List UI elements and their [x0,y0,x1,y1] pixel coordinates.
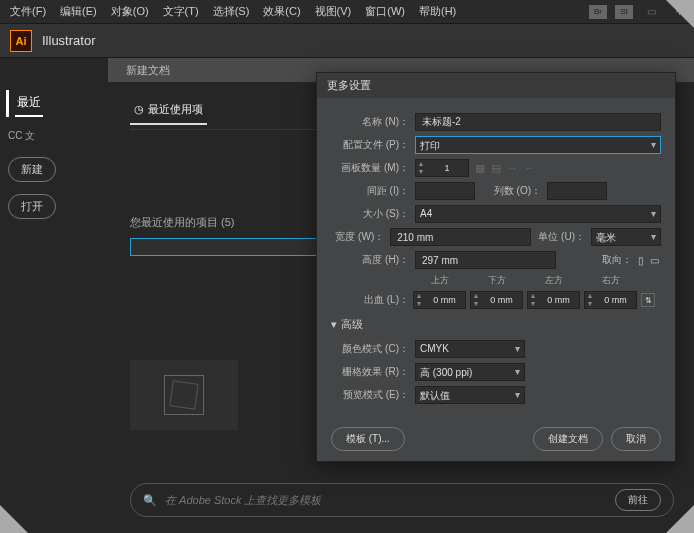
open-button[interactable]: 打开 [8,194,56,219]
colormode-select[interactable]: CMYK [415,340,525,358]
artboards-stepper[interactable]: ▴▾1 [415,159,469,177]
sidebar: 最近 CC 文 新建 打开 [0,82,110,233]
ai-logo-icon: Ai [10,30,32,52]
menu-type[interactable]: 文字(T) [157,2,205,21]
row-icon[interactable]: ▤ [491,162,501,175]
spacing-input [415,182,475,200]
menu-edit[interactable]: 编辑(E) [54,2,103,21]
appbar: Ai Illustrator [0,24,694,58]
sidebar-item-cc[interactable]: CC 文 [6,121,104,151]
portrait-icon[interactable]: ▯ [638,255,644,266]
name-input[interactable] [415,113,661,131]
templates-button[interactable]: 模板 (T)... [331,427,405,451]
bleed-top-stepper[interactable]: ▴▾0 mm [413,291,466,309]
preview-label: 预览模式 (E)： [331,388,409,402]
grid-icon[interactable]: ▦ [475,162,485,175]
colormode-label: 颜色模式 (C)： [331,342,409,356]
cols-label: 列数 (O)： [481,184,541,198]
inner-tab-recent[interactable]: ◷ 最近使用项 [130,96,207,125]
units-select[interactable]: 毫米 [591,228,661,246]
bleed-left-stepper[interactable]: ▴▾0 mm [527,291,580,309]
profile-label: 配置文件 (P)： [331,138,409,152]
menu-file[interactable]: 文件(F) [4,2,52,21]
menubar: 文件(F) 编辑(E) 对象(O) 文字(T) 选择(S) 效果(C) 视图(V… [0,0,694,24]
bleed-left-label: 左方 [527,274,580,287]
landscape-icon[interactable]: ▭ [650,255,659,266]
bleed-right-stepper[interactable]: ▴▾0 mm [584,291,637,309]
name-label: 名称 (N)： [331,115,409,129]
width-label: 宽度 (W)： [331,230,384,244]
profile-select[interactable]: 打印 [415,136,661,154]
ltr-icon[interactable]: ← [524,162,535,174]
clock-icon: ◷ [134,103,144,116]
spacing-label: 间距 (I)： [331,184,409,198]
bleed-label: 出血 (L)： [331,293,409,307]
dialog-title: 更多设置 [317,73,675,98]
menu-select[interactable]: 选择(S) [207,2,256,21]
menu-window[interactable]: 窗口(W) [359,2,411,21]
menu-help[interactable]: 帮助(H) [413,2,462,21]
bleed-right-label: 右方 [584,274,637,287]
bridge-icon[interactable]: Br [589,5,607,19]
size-label: 大小 (S)： [331,207,409,221]
link-icon[interactable]: ⇅ [641,293,655,307]
preview-select[interactable]: 默认值 [415,386,525,404]
stock-search-bar: 🔍 前往 [130,483,674,517]
preset-thumb-icon [164,375,204,415]
menu-view[interactable]: 视图(V) [309,2,358,21]
rtl-icon[interactable]: → [507,162,518,174]
search-icon: 🔍 [143,494,157,507]
menu-object[interactable]: 对象(O) [105,2,155,21]
new-button[interactable]: 新建 [8,157,56,182]
size-select[interactable]: A4 [415,205,661,223]
stock-icon[interactable]: St [615,5,633,19]
height-label: 高度 (H)： [331,253,409,267]
bleed-bottom-stepper[interactable]: ▴▾0 mm [470,291,523,309]
arrange-icon[interactable]: ▭ [641,4,662,19]
chevron-down-icon: ▾ [331,318,337,331]
advanced-label: 高级 [341,317,363,332]
menu-effect[interactable]: 效果(C) [257,2,306,21]
tab-new-document[interactable]: 新建文档 [108,58,188,82]
more-settings-dialog: 更多设置 名称 (N)： 配置文件 (P)：打印 画板数量 (M)： ▴▾1 ▦… [316,72,676,462]
stock-search-input[interactable] [165,494,607,506]
app-title: Illustrator [42,33,95,48]
width-input[interactable] [390,228,531,246]
advanced-toggle[interactable]: ▾高级 [331,317,661,332]
go-button[interactable]: 前往 [615,489,661,511]
artboards-label: 画板数量 (M)： [331,161,409,175]
cols-input [547,182,607,200]
height-input[interactable] [415,251,556,269]
preset-card-3[interactable] [130,360,238,430]
raster-select[interactable]: 高 (300 ppi) [415,363,525,381]
inner-tab-label: 最近使用项 [148,102,203,117]
sidebar-item-recent[interactable]: 最近 [15,90,43,117]
raster-label: 栅格效果 (R)： [331,365,409,379]
cancel-button[interactable]: 取消 [611,427,661,451]
bleed-top-label: 上方 [413,274,466,287]
units-label: 单位 (U)： [537,230,585,244]
orient-label: 取向： [562,253,632,267]
create-button[interactable]: 创建文档 [533,427,603,451]
bleed-bottom-label: 下方 [470,274,523,287]
